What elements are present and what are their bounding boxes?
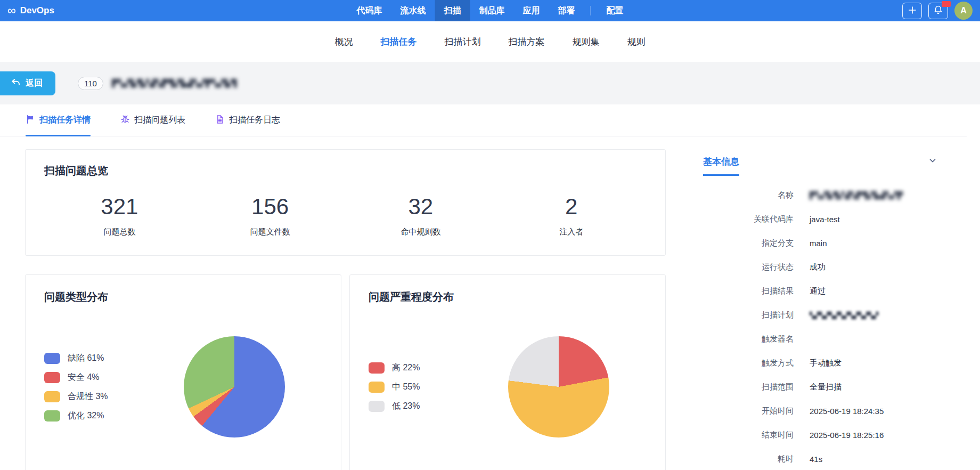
legend-label: 合规性 3% <box>68 391 108 402</box>
info-value-linked-repo: java-test <box>810 215 840 224</box>
issue-severity-distribution-title: 问题严重程度分布 <box>369 290 647 304</box>
content-area: 扫描任务详情扫描问题列表扫描任务日志 扫描问题总览 321问题总数156问题文件… <box>0 104 980 470</box>
chevron-down-icon[interactable] <box>928 156 937 165</box>
info-label-end-time: 结束时间 <box>703 430 794 440</box>
legend-label: 高 22% <box>392 362 420 374</box>
info-label-trigger-method: 触发方式 <box>703 358 794 368</box>
main-layout: 扫描问题总览 321问题总数156问题文件数32命中规则数2注入者 问题类型分布… <box>0 136 980 470</box>
subnav-scan-plan[interactable]: 扫描计划 <box>445 36 481 48</box>
issue-severity-distribution-body: 高 22%中 55%低 23% <box>369 336 647 437</box>
info-value-start-time: 2025-06-19 18:24:35 <box>810 407 884 416</box>
info-value-scan-result: 通过 <box>810 286 826 296</box>
info-value-end-time: 2025-06-19 18:25:16 <box>810 431 884 440</box>
info-row-linked-repo: 关联代码库java-test <box>703 207 967 231</box>
nav-pipeline[interactable]: 流水线 <box>391 0 435 21</box>
stat-hit-rules-label: 命中规则数 <box>346 227 496 237</box>
subnav-scan-scheme[interactable]: 扫描方案 <box>509 36 545 48</box>
legend-item-issue-severity-distribution-2[interactable]: 低 23% <box>369 401 420 412</box>
nav-artifact-repo[interactable]: 制品库 <box>470 0 514 21</box>
stat-issue-files: 156问题文件数 <box>195 194 346 237</box>
back-arrow-icon <box>11 78 20 88</box>
info-label-trigger-name: 触发器名 <box>703 334 794 344</box>
top-nav-bar: ∞ DevOps 代码库流水线扫描制品库应用部署配置 A <box>0 0 980 21</box>
notifications-button[interactable] <box>928 3 948 19</box>
issue-type-distribution-body: 缺陷 61%安全 4%合规性 3%优化 32% <box>44 336 322 437</box>
legend-item-issue-severity-distribution-1[interactable]: 中 55% <box>369 382 420 393</box>
brand[interactable]: ∞ DevOps <box>7 5 54 17</box>
infinity-logo-icon: ∞ <box>7 5 16 17</box>
info-value-duration: 41s <box>810 455 822 464</box>
subnav-overview[interactable]: 概况 <box>335 36 353 48</box>
left-column: 扫描问题总览 321问题总数156问题文件数32命中规则数2注入者 问题类型分布… <box>25 136 666 470</box>
nav-application[interactable]: 应用 <box>514 0 549 21</box>
info-label-duration: 耗时 <box>703 454 794 464</box>
legend-item-issue-type-distribution-3[interactable]: 优化 32% <box>44 410 108 422</box>
info-row-start-time: 开始时间2025-06-19 18:24:35 <box>703 399 967 423</box>
bug-icon <box>120 115 130 126</box>
nav-scan[interactable]: 扫描 <box>435 0 470 21</box>
topbar-actions: A <box>902 2 973 20</box>
back-button-label: 返回 <box>26 78 43 89</box>
info-row-scan-plan: 扫描计划▚▞▚▞▚▞▚▞▚▞▚▞▚▞ <box>703 303 967 327</box>
legend-item-issue-type-distribution-0[interactable]: 缺陷 61% <box>44 353 108 364</box>
issue-severity-distribution-pie <box>508 336 609 437</box>
flag-icon <box>26 115 35 126</box>
tab-scan-task-detail-label: 扫描任务详情 <box>39 115 91 126</box>
info-label-run-status: 运行状态 <box>703 262 794 272</box>
subnav-rule-set[interactable]: 规则集 <box>573 36 600 48</box>
nav-config[interactable]: 配置 <box>598 0 633 21</box>
info-value-run-status: 成功 <box>810 262 826 272</box>
legend-item-issue-severity-distribution-0[interactable]: 高 22% <box>369 362 420 374</box>
info-row-run-status: 运行状态成功 <box>703 255 967 279</box>
chart-card-issue-severity-distribution: 问题严重程度分布高 22%中 55%低 23% <box>349 274 666 470</box>
nav-code-repo[interactable]: 代码库 <box>348 0 391 21</box>
create-button[interactable] <box>902 3 922 19</box>
overview-stats: 321问题总数156问题文件数32命中规则数2注入者 <box>44 194 647 237</box>
log-file-icon <box>215 115 225 126</box>
legend-label: 优化 32% <box>68 410 104 422</box>
subnav-rule[interactable]: 规则 <box>627 36 646 48</box>
info-row-trigger-name: 触发器名 <box>703 327 967 351</box>
chart-row: 问题类型分布缺陷 61%安全 4%合规性 3%优化 32%问题严重程度分布高 2… <box>25 274 666 470</box>
back-button[interactable]: 返回 <box>0 71 55 95</box>
info-label-scan-result: 扫描结果 <box>703 286 794 296</box>
task-title-redacted: ▛▚▞▙▜▞▟▚▛▜▞▙▟▚▞▛▚▞▙▜ <box>112 79 237 87</box>
subnav-scan-task[interactable]: 扫描任务 <box>381 36 417 48</box>
tab-scan-issue-list[interactable]: 扫描问题列表 <box>120 104 185 136</box>
legend-swatch <box>44 391 60 402</box>
secondary-nav: 概况扫描任务扫描计划扫描方案规则集规则 <box>0 21 980 62</box>
stat-issue-files-value: 156 <box>195 194 346 220</box>
avatar[interactable]: A <box>954 2 973 20</box>
basic-info-panel: 基本信息 名称▛▚▞▙▜▞▟▚▛▜▞▙▟▚▞▛关联代码库java-test指定分… <box>703 136 967 470</box>
info-value-scan-plan: ▚▞▚▞▚▞▚▞▚▞▚▞▚▞ <box>810 312 878 319</box>
stat-hit-rules-value: 32 <box>346 194 496 220</box>
tab-scan-task-log[interactable]: 扫描任务日志 <box>215 104 280 136</box>
issue-severity-distribution-legend: 高 22%中 55%低 23% <box>369 362 420 412</box>
info-value-trigger-method: 手动触发 <box>810 358 842 368</box>
stat-hit-rules: 32命中规则数 <box>346 194 496 237</box>
info-value-name: ▛▚▞▙▜▞▟▚▛▜▞▙▟▚▞▛ <box>810 191 903 199</box>
legend-swatch <box>44 353 60 364</box>
notification-badge <box>942 1 951 7</box>
chart-card-issue-type-distribution: 问题类型分布缺陷 61%安全 4%合规性 3%优化 32% <box>25 274 341 470</box>
stat-total-issues: 321问题总数 <box>44 194 195 237</box>
info-row-name: 名称▛▚▞▙▜▞▟▚▛▜▞▙▟▚▞▛ <box>703 183 967 207</box>
tab-scan-task-log-label: 扫描任务日志 <box>229 115 280 126</box>
tab-scan-issue-list-label: 扫描问题列表 <box>134 115 185 126</box>
nav-deploy[interactable]: 部署 <box>549 0 584 21</box>
tab-scan-task-detail[interactable]: 扫描任务详情 <box>26 104 91 136</box>
legend-swatch <box>369 401 385 412</box>
legend-item-issue-type-distribution-1[interactable]: 安全 4% <box>44 372 108 383</box>
stat-total-issues-value: 321 <box>44 194 195 220</box>
legend-item-issue-type-distribution-2[interactable]: 合规性 3% <box>44 391 108 402</box>
legend-swatch <box>44 410 60 422</box>
info-label-branch: 指定分支 <box>703 238 794 248</box>
legend-swatch <box>44 372 60 383</box>
issue-type-distribution-legend: 缺陷 61%安全 4%合规性 3%优化 32% <box>44 353 108 422</box>
scan-overview-card: 扫描问题总览 321问题总数156问题文件数32命中规则数2注入者 <box>25 149 666 256</box>
legend-label: 中 55% <box>392 382 420 393</box>
info-label-scan-scope: 扫描范围 <box>703 382 794 392</box>
stat-injectors-value: 2 <box>496 194 647 220</box>
legend-swatch <box>369 362 385 374</box>
overview-title: 扫描问题总览 <box>44 164 647 178</box>
